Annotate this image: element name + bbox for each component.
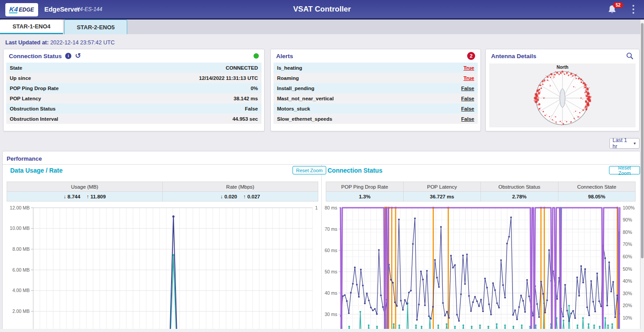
svg-text:50 ms: 50 ms (324, 269, 337, 274)
alert-row: Install_pendingFalse (273, 83, 478, 93)
svg-text:70%: 70% (623, 241, 632, 247)
antenna-obstruction-map: North (489, 63, 636, 127)
reset-zoom-button-usage[interactable]: Reset Zoom (293, 166, 326, 174)
page-title: VSAT Controller (0, 5, 644, 14)
vsat-controller-page: K4 EDGE EdgeServer K4-ES-144 VSAT Contro… (0, 0, 644, 332)
alert-row: Motors_stuckFalse (273, 103, 478, 114)
row-value: 0% (250, 86, 258, 91)
svg-text:60 ms: 60 ms (324, 248, 337, 253)
row-label: POP Latency (10, 96, 41, 101)
pop-ping-drop-header: POP Ping Drop Rate (326, 182, 404, 191)
row-label: Roaming (277, 75, 299, 81)
svg-text:40%: 40% (623, 278, 632, 284)
last-updated: Last Updated at: 2022-12-14 23:57:42 UTC (5, 40, 115, 46)
connection-status-chart[interactable]: 100%90%80%70%60%50%40%30%20%10%80 ms70 m… (321, 204, 644, 332)
alert-value-link[interactable]: True (464, 65, 474, 71)
svg-text:4.00 MB: 4.00 MB (12, 288, 30, 293)
alert-value-link[interactable]: True (464, 75, 474, 81)
row-value: CONNECTED (226, 65, 258, 71)
svg-text:12.00 MB: 12.00 MB (10, 205, 30, 210)
performance-title: Performance (7, 155, 42, 162)
row-label: POP Ping Drop Rate (10, 86, 59, 91)
last-updated-value: 2022-12-14 23:57:42 UTC (50, 40, 114, 46)
alerts-count-badge: 2 (467, 52, 475, 60)
row-value: False (245, 106, 258, 111)
svg-text:90%: 90% (623, 217, 632, 222)
svg-text:10%: 10% (623, 315, 632, 320)
usage-summary-table: Usage (MB) Rate (Mbps) ↓ 8.744 ↑ 11.809 … (7, 182, 318, 202)
svg-text:80 ms: 80 ms (324, 205, 337, 210)
svg-text:30 ms: 30 ms (324, 312, 337, 317)
antenna-polar-chart: North (489, 63, 636, 127)
connection-state-value: 98.05% (558, 192, 636, 201)
status-row: Obstruction StatusFalse (6, 103, 262, 114)
svg-text:6.00 MB: 6.00 MB (12, 267, 30, 273)
overflow-menu-button[interactable] (632, 5, 634, 14)
tab-star-2-eno5[interactable]: STAR-2-ENO5 (64, 20, 127, 34)
row-value: 38.142 ms (234, 96, 258, 101)
alert-value-link[interactable]: False (461, 96, 474, 101)
vertical-scrollbar[interactable] (640, 20, 644, 332)
obstruction-status-value: 2.78% (481, 192, 558, 201)
notification-count-badge: 52 (613, 2, 623, 8)
alert-value-link[interactable]: False (461, 106, 474, 111)
rate-values: ↓ 0.020 ↑ 0.027 (163, 192, 318, 201)
svg-text:80%: 80% (623, 229, 632, 235)
usage-col-header: Usage (MB) (7, 182, 163, 191)
alerts-card: Alerts 2 Is_heatingTrueRoamingTrueInstal… (270, 49, 481, 131)
connection-status-title: Connection Status (9, 53, 62, 59)
tab-star-1-eno4[interactable]: STAR-1-ENO4 (0, 20, 63, 34)
pop-ping-drop-value: 1.3% (326, 192, 404, 201)
chevron-down-icon: ▼ (633, 142, 636, 146)
refresh-icon[interactable]: ↺ (75, 53, 81, 59)
alert-row: Mast_not_near_verticalFalse (273, 93, 478, 103)
row-label: State (10, 65, 22, 71)
svg-text:100%: 100% (623, 205, 635, 210)
scrollbar-thumb[interactable] (641, 23, 644, 258)
status-row: StateCONNECTED (6, 63, 262, 73)
row-label: Obstruction Interval (10, 116, 58, 122)
connection-state-header: Connection State (558, 182, 636, 191)
obstruction-status-header: Obstruction Status (481, 182, 558, 191)
status-row: Obstruction Interval44.953 sec (6, 114, 262, 124)
alerts-title: Alerts (276, 53, 293, 59)
time-range-value: Last 1 hr (613, 137, 633, 150)
svg-text:1: 1 (315, 205, 318, 210)
top-navbar: K4 EDGE EdgeServer K4-ES-144 VSAT Contro… (0, 0, 644, 20)
connection-chart-heading: Connection Status (328, 167, 382, 174)
data-usage-heading: Data Usage / Rate (10, 167, 62, 174)
antenna-details-title: Antenna Details (491, 53, 536, 59)
horizontal-scrollbar-track[interactable] (0, 329, 640, 332)
row-label: Obstruction Status (10, 106, 56, 111)
row-label: Install_pending (277, 86, 314, 91)
reset-zoom-button-connection[interactable]: Reset Zoom (609, 166, 640, 174)
pop-latency-header: POP Latency (404, 182, 481, 191)
connection-status-rows: StateCONNECTEDUp since12/14/2022 11:31:1… (6, 63, 262, 124)
alert-value-link[interactable]: False (461, 86, 474, 91)
alert-value-link[interactable]: False (461, 116, 474, 122)
svg-text:North: North (557, 65, 569, 70)
status-row: POP Ping Drop Rate0% (6, 83, 262, 93)
info-icon[interactable]: i (65, 53, 71, 59)
status-row: Up since12/14/2022 11:31:13 UTC (6, 73, 262, 83)
alert-row: Slow_ethernet_speedsFalse (273, 114, 478, 124)
antenna-details-card: Antenna Details North (485, 49, 640, 131)
pop-latency-value: 36.727 ms (404, 192, 481, 201)
connected-status-dot (254, 53, 259, 59)
row-label: Slow_ethernet_speeds (277, 116, 332, 122)
svg-text:20%: 20% (623, 303, 632, 308)
svg-text:50%: 50% (623, 266, 632, 272)
status-row: POP Latency38.142 ms (6, 93, 262, 103)
time-range-dropdown[interactable]: Last 1 hr ▼ (609, 138, 640, 149)
terminal-tabs: STAR-1-ENO4 STAR-2-ENO5 (0, 20, 644, 34)
row-label: Mast_not_near_vertical (277, 96, 334, 101)
svg-text:70 ms: 70 ms (324, 226, 337, 232)
svg-text:60%: 60% (623, 254, 632, 259)
usage-values: ↓ 8.744 ↑ 11.809 (7, 192, 163, 201)
svg-text:40 ms: 40 ms (324, 290, 337, 296)
row-label: Is_heating (277, 65, 302, 71)
search-icon[interactable] (626, 52, 634, 60)
svg-text:8.00 MB: 8.00 MB (12, 246, 30, 252)
data-usage-chart[interactable]: 12.00 MB10.00 MB8.00 MB6.00 MB4.00 MB2.0… (4, 204, 319, 332)
notifications-button[interactable]: 52 (606, 4, 620, 17)
